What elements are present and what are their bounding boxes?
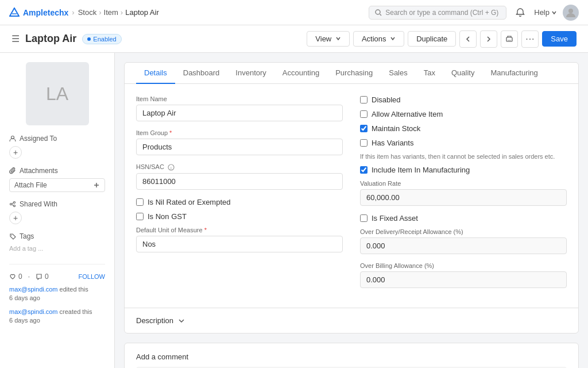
tab-details[interactable]: Details [136, 63, 175, 84]
is-nil-rated-checkbox[interactable] [136, 198, 144, 206]
help-button[interactable]: Help [534, 8, 557, 17]
default-uom-input[interactable] [136, 236, 343, 252]
include-manufacturing-checkbox[interactable] [360, 166, 368, 174]
content-card: Details Dashboard Inventory Accounting P… [124, 62, 579, 334]
header-actions: View Actions Duplicate [307, 30, 577, 48]
over-delivery-input[interactable] [360, 237, 567, 254]
user-icon [9, 135, 16, 142]
search-box[interactable]: Search or type a command (Ctrl + G) [369, 6, 506, 20]
duplicate-button[interactable]: Duplicate [408, 31, 456, 47]
svg-point-4 [568, 9, 573, 13]
add-assigned-button[interactable]: + [9, 146, 22, 159]
ellipsis-icon: ··· [525, 34, 535, 44]
attach-file-button[interactable]: Attach File [9, 178, 105, 192]
maintain-stock-label: Maintain Stock [372, 124, 420, 133]
tab-accounting[interactable]: Accounting [274, 63, 327, 84]
activity-action-1: created this [60, 308, 92, 315]
svg-line-13 [12, 203, 14, 204]
allow-alternative-checkbox[interactable] [360, 110, 368, 118]
item-group-input[interactable] [136, 139, 343, 155]
maintain-stock-row: Maintain Stock [360, 124, 567, 133]
valuation-rate-group: Valuation Rate [360, 180, 567, 206]
svg-marker-0 [10, 8, 19, 16]
is-non-gst-checkbox[interactable] [136, 213, 144, 220]
has-variants-checkbox[interactable] [360, 139, 368, 147]
hsn-sac-input[interactable] [136, 173, 343, 190]
top-navigation: Ampletechx › Stock › Item › Laptop Air S… [0, 0, 588, 25]
more-options-button[interactable]: ··· [521, 30, 539, 48]
tab-tax[interactable]: Tax [416, 63, 443, 84]
chevron-down-icon [551, 10, 557, 16]
page-title: Laptop Air [25, 33, 76, 45]
tab-manufacturing[interactable]: Manufacturing [482, 63, 546, 84]
user-avatar[interactable] [563, 5, 579, 21]
tab-sales[interactable]: Sales [381, 63, 416, 84]
activity-user-0[interactable]: max@spindi.com [9, 286, 58, 293]
breadcrumb: Stock › Item › Laptop Air [78, 8, 159, 17]
app-logo[interactable]: Ampletechx [9, 7, 68, 18]
activity-time-1: 6 days ago [9, 317, 40, 324]
activity-user-1[interactable]: max@spindi.com [9, 308, 58, 315]
variants-info-text: If this item has variants, then it canno… [360, 153, 567, 160]
sep1: › [72, 8, 74, 17]
breadcrumb-item[interactable]: Item [104, 8, 118, 17]
comment-section: Add a comment [124, 343, 579, 368]
nav-left: Ampletechx › Stock › Item › Laptop Air [9, 7, 159, 18]
disabled-checkbox[interactable] [360, 96, 368, 103]
is-fixed-asset-checkbox[interactable] [360, 214, 368, 222]
description-toggle[interactable]: Description [136, 316, 567, 325]
sidebar-toggle-icon[interactable]: ☰ [11, 33, 20, 44]
help-label: Help [534, 8, 550, 17]
form-left: Item Name Item Group * HSN/SAC [136, 95, 343, 296]
svg-point-2 [376, 10, 380, 14]
follow-button[interactable]: FOLLOW [79, 273, 105, 280]
maintain-stock-checkbox[interactable] [360, 125, 368, 132]
status-badge: Enabled [82, 34, 121, 44]
default-uom-label: Default Unit of Measure * [136, 227, 343, 233]
is-fixed-asset-row: Is Fixed Asset [360, 214, 567, 223]
hsn-sac-group: HSN/SAC i [136, 163, 343, 190]
tab-quality[interactable]: Quality [443, 63, 482, 84]
disabled-label: Disabled [372, 95, 401, 104]
view-button[interactable]: View [307, 31, 350, 47]
notifications-icon[interactable] [512, 5, 528, 21]
over-billing-label: Over Billing Allowance (%) [360, 262, 567, 269]
item-name-input[interactable] [136, 105, 343, 121]
search-placeholder: Search or type a command (Ctrl + G) [385, 9, 498, 17]
prev-record-button[interactable] [459, 30, 477, 48]
is-fixed-asset-label: Is Fixed Asset [372, 214, 418, 223]
attachments-label: Attachments [9, 167, 105, 175]
actions-button[interactable]: Actions [353, 31, 404, 47]
has-variants-label: Has Variants [372, 139, 413, 147]
main-layout: LA Assigned To + Attachments Attach File [0, 53, 588, 368]
chevron-left-icon [465, 36, 471, 43]
save-button[interactable]: Save [542, 31, 577, 47]
over-billing-input[interactable] [360, 271, 567, 288]
valuation-rate-input[interactable] [360, 189, 567, 206]
is-nil-rated-label: Is Nil Rated or Exempted [148, 198, 231, 206]
svg-text:i: i [171, 166, 172, 171]
svg-line-14 [12, 205, 14, 206]
tab-bar: Details Dashboard Inventory Accounting P… [125, 63, 578, 84]
comment-icon [36, 273, 42, 280]
svg-point-11 [14, 202, 16, 204]
info-icon: i [168, 164, 175, 171]
tab-dashboard[interactable]: Dashboard [175, 63, 228, 84]
breadcrumb-stock[interactable]: Stock [78, 8, 97, 17]
print-button[interactable] [501, 30, 518, 48]
sidebar: LA Assigned To + Attachments Attach File [0, 53, 115, 368]
allow-alternative-label: Allow Alternative Item [372, 110, 443, 118]
next-record-button[interactable] [480, 30, 497, 48]
tab-inventory[interactable]: Inventory [227, 63, 274, 84]
description-section: Description [125, 308, 578, 333]
add-tag-label[interactable]: Add a tag ... [9, 245, 43, 252]
add-shared-button[interactable]: + [9, 212, 22, 224]
chevron-right-icon [485, 36, 492, 43]
likes-count: 0 [9, 273, 22, 281]
tab-purchasing[interactable]: Purchasing [327, 63, 381, 84]
app-name: Ampletechx [23, 8, 68, 17]
paperclip-icon [9, 167, 16, 174]
is-nil-rated-row: Is Nil Rated or Exempted [136, 198, 343, 206]
breadcrumb-current: Laptop Air [125, 8, 159, 17]
shared-with-section: Shared With + [9, 200, 105, 224]
